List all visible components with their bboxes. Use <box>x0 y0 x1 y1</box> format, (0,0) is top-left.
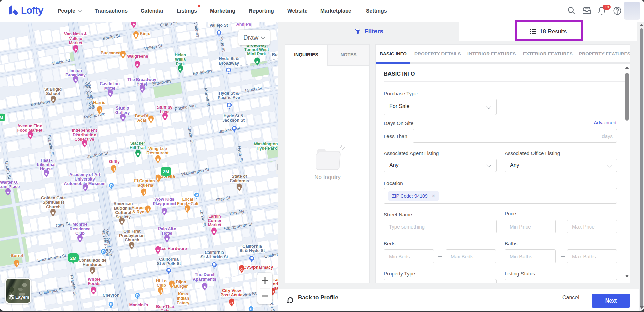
svg-text:Mancini's: Mancini's <box>129 303 149 307</box>
svg-text:City ViewPost Acute: City ViewPost Acute <box>221 288 243 297</box>
svg-text:Wow KidsPlayground: Wow KidsPlayground <box>153 197 176 206</box>
svg-text:Kinjo: Kinjo <box>140 31 151 36</box>
svg-text:P: P <box>136 294 139 298</box>
svg-text:SlackerHill Trail: SlackerHill Trail <box>130 141 146 150</box>
svg-text:Hyde St &Broadway: Hyde St &Broadway <box>219 56 239 66</box>
svg-text:Harris: Harris <box>93 100 105 105</box>
svg-text:P: P <box>102 250 105 254</box>
svg-text:St BrigidSchool: St BrigidSchool <box>44 87 62 96</box>
svg-text:Annie's: Annie's <box>236 22 251 27</box>
svg-text:Wing LeeRestaurant: Wing LeeRestaurant <box>146 146 169 155</box>
svg-text:2M: 2M <box>163 169 169 174</box>
svg-text:HelenWillisPark: HelenWillisPark <box>175 53 186 66</box>
svg-text:CaliforniaSt & Hyde St: CaliforniaSt & Hyde St <box>239 244 265 253</box>
svg-text:DijonBurger: DijonBurger <box>174 280 188 289</box>
svg-text:Hyde St &Jackson St: Hyde St &Jackson St <box>222 114 245 123</box>
svg-text:AmericanBuddhistCulturalSociet: AmericanBuddhistCulturalSociety <box>114 201 133 219</box>
svg-text:WholeFoods: WholeFoods <box>88 277 101 286</box>
svg-text:Bowl'dAcai: Bowl'dAcai <box>135 114 149 123</box>
svg-text:Giftly: Giftly <box>109 159 120 164</box>
svg-text:Hyde St &Pacific Ave: Hyde St &Pacific Ave <box>218 91 240 100</box>
svg-text:P: P <box>250 307 252 311</box>
svg-text:2M: 2M <box>70 256 77 261</box>
svg-text:Buccaneer: Buccaneer <box>101 51 122 55</box>
svg-text:CaliforniaSt & Polk St: CaliforniaSt & Polk St <box>157 257 181 266</box>
svg-text:Sorrel: Sorrel <box>11 253 23 258</box>
svg-text:Walter U.Lum Place: Walter U.Lum Place <box>0 180 20 189</box>
svg-text:Ace Hardware: Ace Hardware <box>159 246 187 251</box>
svg-text:CVS/pharmacy: CVS/pharmacy <box>243 265 273 270</box>
svg-text:Hyde St &Vallejo St: Hyde St &Vallejo St <box>209 22 229 28</box>
svg-text:Harper& Rye: Harper& Rye <box>132 205 145 214</box>
svg-text:IndependentDistributionCollect: IndependentDistributionCollective <box>72 128 97 142</box>
svg-text:Consulado deHonduras: Consulado deHonduras <box>79 258 107 267</box>
svg-text:P: P <box>195 193 198 197</box>
svg-text:LarkinCornerMarket: LarkinCornerMarket <box>208 214 222 227</box>
svg-text:Chevron: Chevron <box>103 293 120 298</box>
svg-text:P: P <box>110 184 113 188</box>
svg-text:El CapitanTaqueria: El CapitanTaqueria <box>134 178 155 188</box>
svg-text:StudioGallery: StudioGallery <box>115 106 130 115</box>
svg-text:Washington-Hyde Park: Washington-Hyde Park <box>254 142 278 151</box>
svg-text:Rob: Rob <box>272 52 278 57</box>
svg-text:M: M <box>0 115 3 120</box>
svg-text:The DorelApartments: The DorelApartments <box>193 272 216 282</box>
svg-text:Hi-LoClub: Hi-LoClub <box>156 279 167 288</box>
svg-text:Walgreens: Walgreens <box>127 54 149 59</box>
svg-text:State ofCalifornia: State ofCalifornia <box>230 174 249 183</box>
svg-text:KasaIndianEatery: KasaIndianEatery <box>177 292 189 305</box>
